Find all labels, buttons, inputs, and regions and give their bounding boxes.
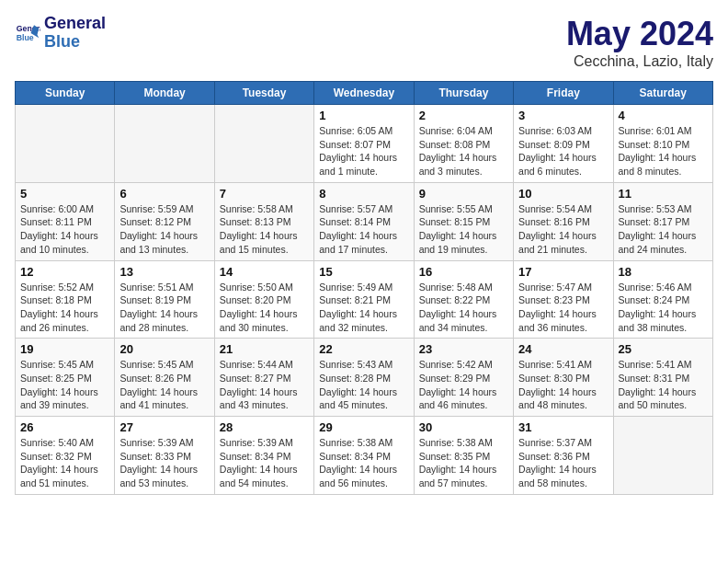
calendar-day-1: 1Sunrise: 6:05 AM Sunset: 8:07 PM Daylig… bbox=[314, 105, 414, 183]
calendar-day-30: 30Sunrise: 5:38 AM Sunset: 8:35 PM Dayli… bbox=[414, 417, 513, 495]
day-info: Sunrise: 5:38 AM Sunset: 8:34 PM Dayligh… bbox=[319, 436, 408, 490]
day-number: 26 bbox=[20, 420, 109, 434]
main-title: May 2024 bbox=[566, 15, 713, 53]
day-info: Sunrise: 5:54 AM Sunset: 8:16 PM Dayligh… bbox=[518, 202, 608, 257]
day-number: 25 bbox=[619, 342, 708, 356]
logo: General Blue General Blue bbox=[15, 15, 106, 52]
day-number: 17 bbox=[518, 265, 608, 279]
day-info: Sunrise: 5:55 AM Sunset: 8:15 PM Dayligh… bbox=[419, 202, 508, 257]
day-info: Sunrise: 6:05 AM Sunset: 8:07 PM Dayligh… bbox=[319, 124, 408, 178]
day-info: Sunrise: 5:47 AM Sunset: 8:23 PM Dayligh… bbox=[518, 281, 608, 335]
day-number: 30 bbox=[419, 420, 508, 434]
calendar-empty-cell bbox=[613, 417, 712, 495]
weekday-header-monday: Monday bbox=[115, 82, 214, 105]
day-info: Sunrise: 6:01 AM Sunset: 8:10 PM Dayligh… bbox=[619, 124, 708, 178]
day-number: 29 bbox=[319, 420, 408, 434]
calendar-day-17: 17Sunrise: 5:47 AM Sunset: 8:23 PM Dayli… bbox=[514, 260, 613, 339]
calendar-day-26: 26Sunrise: 5:40 AM Sunset: 8:32 PM Dayli… bbox=[16, 417, 115, 495]
calendar-body: 1Sunrise: 6:05 AM Sunset: 8:07 PM Daylig… bbox=[16, 105, 713, 495]
weekday-header-saturday: Saturday bbox=[613, 82, 712, 105]
weekday-header-wednesday: Wednesday bbox=[314, 82, 414, 105]
day-info: Sunrise: 5:59 AM Sunset: 8:12 PM Dayligh… bbox=[119, 202, 209, 257]
day-info: Sunrise: 5:40 AM Sunset: 8:32 PM Dayligh… bbox=[20, 436, 109, 490]
day-info: Sunrise: 5:48 AM Sunset: 8:22 PM Dayligh… bbox=[419, 281, 508, 335]
calendar-table: SundayMondayTuesdayWednesdayThursdayFrid… bbox=[15, 81, 713, 495]
calendar-day-25: 25Sunrise: 5:41 AM Sunset: 8:31 PM Dayli… bbox=[613, 339, 712, 417]
day-number: 28 bbox=[220, 420, 309, 434]
calendar-day-8: 8Sunrise: 5:57 AM Sunset: 8:14 PM Daylig… bbox=[314, 182, 414, 260]
day-info: Sunrise: 5:53 AM Sunset: 8:17 PM Dayligh… bbox=[619, 202, 708, 257]
day-info: Sunrise: 5:39 AM Sunset: 8:33 PM Dayligh… bbox=[119, 436, 209, 490]
day-info: Sunrise: 5:37 AM Sunset: 8:36 PM Dayligh… bbox=[518, 436, 608, 490]
calendar-day-13: 13Sunrise: 5:51 AM Sunset: 8:19 PM Dayli… bbox=[115, 260, 214, 339]
day-info: Sunrise: 5:57 AM Sunset: 8:14 PM Dayligh… bbox=[319, 202, 408, 257]
calendar-day-2: 2Sunrise: 6:04 AM Sunset: 8:08 PM Daylig… bbox=[414, 105, 513, 183]
calendar-day-11: 11Sunrise: 5:53 AM Sunset: 8:17 PM Dayli… bbox=[613, 182, 712, 260]
day-info: Sunrise: 5:41 AM Sunset: 8:31 PM Dayligh… bbox=[619, 358, 708, 412]
calendar-day-15: 15Sunrise: 5:49 AM Sunset: 8:21 PM Dayli… bbox=[314, 260, 414, 339]
day-number: 15 bbox=[319, 265, 408, 279]
day-info: Sunrise: 5:49 AM Sunset: 8:21 PM Dayligh… bbox=[319, 281, 408, 335]
day-number: 23 bbox=[419, 342, 508, 356]
day-info: Sunrise: 5:41 AM Sunset: 8:30 PM Dayligh… bbox=[518, 358, 608, 412]
weekday-header-tuesday: Tuesday bbox=[214, 82, 313, 105]
day-info: Sunrise: 5:46 AM Sunset: 8:24 PM Dayligh… bbox=[619, 281, 708, 335]
calendar-day-9: 9Sunrise: 5:55 AM Sunset: 8:15 PM Daylig… bbox=[414, 182, 513, 260]
calendar-day-28: 28Sunrise: 5:39 AM Sunset: 8:34 PM Dayli… bbox=[214, 417, 313, 495]
calendar-day-12: 12Sunrise: 5:52 AM Sunset: 8:18 PM Dayli… bbox=[16, 260, 115, 339]
day-info: Sunrise: 5:38 AM Sunset: 8:35 PM Dayligh… bbox=[419, 436, 508, 490]
day-info: Sunrise: 6:04 AM Sunset: 8:08 PM Dayligh… bbox=[419, 124, 508, 178]
calendar-day-14: 14Sunrise: 5:50 AM Sunset: 8:20 PM Dayli… bbox=[214, 260, 313, 339]
calendar-day-3: 3Sunrise: 6:03 AM Sunset: 8:09 PM Daylig… bbox=[514, 105, 613, 183]
day-number: 19 bbox=[20, 342, 109, 356]
calendar-empty-cell bbox=[115, 105, 214, 183]
calendar-week-4: 19Sunrise: 5:45 AM Sunset: 8:25 PM Dayli… bbox=[16, 339, 713, 417]
day-number: 8 bbox=[319, 187, 408, 201]
day-number: 9 bbox=[419, 187, 508, 201]
svg-text:Blue: Blue bbox=[17, 33, 34, 42]
calendar-day-21: 21Sunrise: 5:44 AM Sunset: 8:27 PM Dayli… bbox=[214, 339, 313, 417]
day-info: Sunrise: 5:39 AM Sunset: 8:34 PM Dayligh… bbox=[220, 436, 309, 490]
day-info: Sunrise: 5:44 AM Sunset: 8:27 PM Dayligh… bbox=[220, 358, 309, 412]
day-number: 21 bbox=[220, 342, 309, 356]
day-number: 14 bbox=[220, 265, 309, 279]
calendar-header: SundayMondayTuesdayWednesdayThursdayFrid… bbox=[16, 82, 713, 105]
calendar-day-19: 19Sunrise: 5:45 AM Sunset: 8:25 PM Dayli… bbox=[16, 339, 115, 417]
calendar-week-5: 26Sunrise: 5:40 AM Sunset: 8:32 PM Dayli… bbox=[16, 417, 713, 495]
day-info: Sunrise: 6:00 AM Sunset: 8:11 PM Dayligh… bbox=[20, 202, 109, 257]
calendar-day-31: 31Sunrise: 5:37 AM Sunset: 8:36 PM Dayli… bbox=[514, 417, 613, 495]
day-info: Sunrise: 5:58 AM Sunset: 8:13 PM Dayligh… bbox=[220, 202, 309, 257]
weekday-header-row: SundayMondayTuesdayWednesdayThursdayFrid… bbox=[16, 82, 713, 105]
day-info: Sunrise: 6:03 AM Sunset: 8:09 PM Dayligh… bbox=[518, 124, 608, 178]
day-number: 7 bbox=[220, 187, 309, 201]
calendar-week-2: 5Sunrise: 6:00 AM Sunset: 8:11 PM Daylig… bbox=[16, 182, 713, 260]
calendar-day-6: 6Sunrise: 5:59 AM Sunset: 8:12 PM Daylig… bbox=[115, 182, 214, 260]
calendar-day-10: 10Sunrise: 5:54 AM Sunset: 8:16 PM Dayli… bbox=[514, 182, 613, 260]
logo-name: General Blue bbox=[44, 15, 106, 52]
day-info: Sunrise: 5:45 AM Sunset: 8:25 PM Dayligh… bbox=[20, 358, 109, 412]
calendar-day-18: 18Sunrise: 5:46 AM Sunset: 8:24 PM Dayli… bbox=[613, 260, 712, 339]
day-number: 22 bbox=[319, 342, 408, 356]
calendar-day-5: 5Sunrise: 6:00 AM Sunset: 8:11 PM Daylig… bbox=[16, 182, 115, 260]
day-number: 5 bbox=[20, 187, 109, 201]
day-number: 6 bbox=[119, 187, 209, 201]
day-number: 1 bbox=[319, 109, 408, 122]
calendar-day-7: 7Sunrise: 5:58 AM Sunset: 8:13 PM Daylig… bbox=[214, 182, 313, 260]
calendar-empty-cell bbox=[214, 105, 313, 183]
day-info: Sunrise: 5:51 AM Sunset: 8:19 PM Dayligh… bbox=[119, 281, 209, 335]
day-number: 2 bbox=[419, 109, 508, 122]
day-number: 4 bbox=[619, 109, 708, 122]
page-header: General Blue General Blue May 2024 Cecch… bbox=[15, 15, 713, 70]
calendar-day-22: 22Sunrise: 5:43 AM Sunset: 8:28 PM Dayli… bbox=[314, 339, 414, 417]
day-number: 18 bbox=[619, 265, 708, 279]
day-info: Sunrise: 5:45 AM Sunset: 8:26 PM Dayligh… bbox=[119, 358, 209, 412]
calendar-week-3: 12Sunrise: 5:52 AM Sunset: 8:18 PM Dayli… bbox=[16, 260, 713, 339]
logo-icon: General Blue bbox=[15, 20, 40, 46]
day-number: 16 bbox=[419, 265, 508, 279]
day-number: 10 bbox=[518, 187, 608, 201]
calendar-day-27: 27Sunrise: 5:39 AM Sunset: 8:33 PM Dayli… bbox=[115, 417, 214, 495]
calendar-day-23: 23Sunrise: 5:42 AM Sunset: 8:29 PM Dayli… bbox=[414, 339, 513, 417]
calendar-day-4: 4Sunrise: 6:01 AM Sunset: 8:10 PM Daylig… bbox=[613, 105, 712, 183]
day-info: Sunrise: 5:50 AM Sunset: 8:20 PM Dayligh… bbox=[220, 281, 309, 335]
day-number: 12 bbox=[20, 265, 109, 279]
